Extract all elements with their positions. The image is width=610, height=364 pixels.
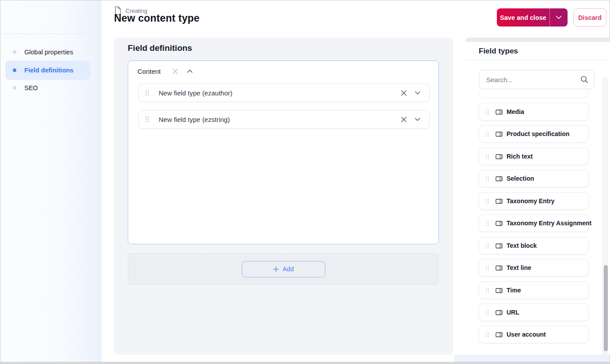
field-type-label: Taxonomy Entry Assignment (507, 220, 591, 227)
drag-handle-icon[interactable] (145, 116, 149, 122)
nav-dot-icon (13, 50, 16, 54)
drag-handle-icon (485, 243, 489, 249)
sidebar-item-label: SEO (24, 84, 38, 91)
field-type-icon (496, 198, 503, 205)
field-type-item-selection[interactable]: Selection (479, 170, 589, 187)
field-label: New field type (ezstring) (159, 116, 230, 123)
field-type-icon (496, 109, 503, 115)
field-type-item-url[interactable]: URL (479, 303, 589, 321)
field-types-title: Field types (479, 47, 518, 56)
field-type-item-user-account[interactable]: User account (479, 326, 589, 343)
panel-divider (465, 60, 610, 60)
expand-field-icon[interactable] (413, 116, 422, 123)
field-type-item-time[interactable]: Time (479, 281, 589, 299)
drag-handle-icon (485, 198, 489, 204)
save-and-close-button[interactable]: Save and close (497, 8, 549, 27)
field-type-label: Text block (507, 242, 537, 249)
field-group-header: Content (137, 67, 194, 76)
field-type-item-taxonomy-entry[interactable]: Taxonomy Entry (479, 192, 589, 210)
field-type-label: Rich text (507, 153, 533, 160)
remove-field-icon[interactable] (399, 88, 408, 98)
page-title: New content type (114, 12, 200, 24)
field-type-item-text-line[interactable]: Text line (479, 259, 589, 277)
list-item-partial (479, 91, 589, 98)
drag-handle-icon (485, 332, 489, 337)
drag-handle-icon[interactable] (145, 90, 149, 96)
field-type-item-text-block[interactable]: Text block (479, 237, 589, 254)
field-type-icon (496, 131, 503, 137)
save-and-close-split-button[interactable]: Save and close (497, 8, 568, 27)
field-type-icon (496, 287, 503, 294)
field-group-content: Content New field type (ezauthor) (128, 61, 439, 244)
field-definition-row[interactable]: New field type (ezauthor) (138, 83, 430, 102)
drag-handle-icon (485, 220, 489, 226)
collapse-group-icon[interactable] (185, 68, 194, 75)
remove-group-icon[interactable] (171, 67, 180, 76)
add-button-label: Add (283, 265, 294, 273)
anchor-sidebar: Global properties Field definitions SEO (0, 0, 102, 362)
search-input[interactable] (479, 70, 595, 89)
sidebar-item-label: Field definitions (24, 67, 73, 74)
drag-handle-icon (485, 176, 489, 182)
field-type-label: Text line (507, 264, 531, 271)
field-definition-row[interactable]: New field type (ezstring) (138, 110, 430, 129)
field-label: New field type (ezauthor) (159, 89, 233, 97)
field-type-icon (496, 265, 503, 271)
drag-handle-icon (485, 288, 489, 293)
field-type-label: Product specification (507, 130, 569, 137)
save-options-caret[interactable] (549, 8, 568, 27)
drag-handle-icon (485, 154, 489, 159)
sidebar-item-field-definitions[interactable]: Field definitions (5, 61, 91, 80)
field-type-icon (496, 309, 503, 316)
search-icon[interactable] (580, 76, 588, 85)
sidebar-item-seo[interactable]: SEO (5, 78, 91, 98)
field-type-item-media[interactable]: Media (479, 103, 589, 121)
field-types-panel: Field types Media Product specification (465, 38, 610, 355)
field-type-icon (496, 243, 503, 249)
nav-dot-icon (13, 86, 16, 90)
field-type-icon (496, 175, 503, 182)
chevron-down-icon (556, 15, 562, 19)
field-type-label: Taxonomy Entry (507, 197, 555, 205)
field-type-label: Selection (507, 175, 534, 182)
field-type-label: URL (507, 309, 519, 316)
panel-top-strip (465, 38, 610, 42)
sidebar-divider (0, 34, 102, 34)
group-name-label: Content (137, 68, 161, 75)
sidebar-item-label: Global properties (24, 49, 73, 56)
discard-button[interactable]: Discard (573, 8, 606, 27)
field-type-icon (496, 153, 503, 160)
content-type-editor-window: Global properties Field definitions SEO … (0, 0, 610, 364)
field-type-item-product-specification[interactable]: Product specification (479, 125, 589, 143)
field-type-icon (496, 331, 503, 338)
field-definitions-panel: Field definitions Content (114, 38, 453, 355)
window-bottom-frame (0, 362, 610, 364)
field-type-label: User account (507, 331, 546, 338)
drag-handle-icon (485, 131, 489, 137)
field-type-label: Time (507, 287, 521, 294)
add-button[interactable]: Add (242, 261, 325, 277)
field-type-item-rich-text[interactable]: Rich text (479, 148, 589, 165)
plus-icon (273, 266, 279, 272)
drag-handle-icon (485, 310, 489, 315)
scrollbar-track[interactable] (602, 77, 608, 355)
add-group-dropzone: Add (128, 253, 439, 285)
field-type-item-taxonomy-entry-assignment[interactable]: Taxonomy Entry Assignment (479, 214, 589, 232)
expand-field-icon[interactable] (413, 89, 422, 97)
field-type-label: Media (507, 108, 524, 115)
panel-backdrop (454, 355, 610, 362)
sidebar-item-global-properties[interactable]: Global properties (5, 42, 91, 62)
nav-dot-icon (13, 68, 16, 72)
section-title: Field definitions (128, 43, 192, 53)
remove-field-icon[interactable] (399, 115, 408, 124)
drag-handle-icon (485, 109, 489, 115)
field-type-icon (496, 220, 503, 227)
scrollbar-thumb[interactable] (604, 265, 608, 351)
drag-handle-icon (485, 265, 489, 271)
